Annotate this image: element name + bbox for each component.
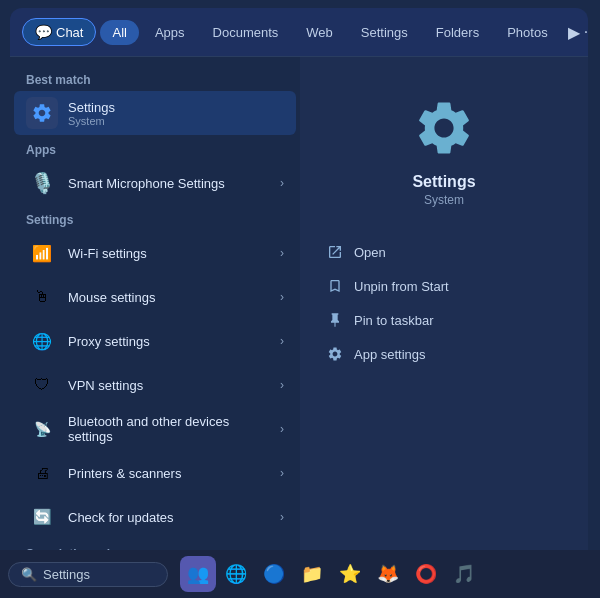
smart-mic-text: Smart Microphone Settings bbox=[68, 176, 276, 191]
app-settings-icon bbox=[326, 345, 344, 363]
firefox-icon[interactable]: 🦊 bbox=[370, 556, 406, 592]
printers-item[interactable]: Printers & scanners › bbox=[14, 451, 296, 495]
taskbar-icons: 👥 🌐 🔵 📁 ⭐ 🦊 ⭕ 🎵 bbox=[180, 556, 482, 592]
vpn-icon bbox=[26, 369, 58, 401]
bluetooth-settings-item[interactable]: Bluetooth and other devices settings › bbox=[14, 407, 296, 451]
wifi-settings-item[interactable]: Wi-Fi settings › bbox=[14, 231, 296, 275]
update-title: Check for updates bbox=[68, 510, 276, 525]
play-icon: ▶ bbox=[568, 23, 580, 42]
wifi-icon bbox=[26, 237, 58, 269]
best-match-text: Settings System bbox=[68, 100, 284, 127]
printers-arrow: › bbox=[280, 466, 284, 480]
smart-mic-arrow: › bbox=[280, 176, 284, 190]
chrome-icon[interactable]: 🔵 bbox=[256, 556, 292, 592]
taskbar: 🔍 Settings 👥 🌐 🔵 📁 ⭐ 🦊 ⭕ 🎵 bbox=[0, 550, 600, 598]
bluetooth-arrow: › bbox=[280, 422, 284, 436]
update-arrow: › bbox=[280, 510, 284, 524]
pin-taskbar-icon bbox=[326, 311, 344, 329]
spotify-icon[interactable]: 🎵 bbox=[446, 556, 482, 592]
taskbar-search-icon: 🔍 bbox=[21, 567, 37, 582]
best-match-title: Settings bbox=[68, 100, 284, 115]
teams-icon[interactable]: 👥 bbox=[180, 556, 216, 592]
unpin-start-icon bbox=[326, 277, 344, 295]
smart-mic-title: Smart Microphone Settings bbox=[68, 176, 276, 191]
proxy-settings-item[interactable]: Proxy settings › bbox=[14, 319, 296, 363]
mouse-arrow: › bbox=[280, 290, 284, 304]
printer-icon bbox=[26, 457, 58, 489]
apps-label: Apps bbox=[155, 25, 185, 40]
documents-label: Documents bbox=[213, 25, 279, 40]
app-settings-action[interactable]: App settings bbox=[316, 337, 572, 371]
opera-icon[interactable]: ⭕ bbox=[408, 556, 444, 592]
printers-title: Printers & scanners bbox=[68, 466, 276, 481]
settings-tab[interactable]: Settings bbox=[349, 20, 420, 45]
search-web-label: Search the web bbox=[10, 539, 300, 550]
proxy-title: Proxy settings bbox=[68, 334, 276, 349]
chat-tab[interactable]: 💬 Chat bbox=[22, 18, 96, 46]
open-label: Open bbox=[354, 245, 386, 260]
disney-icon[interactable]: ⭐ bbox=[332, 556, 368, 592]
main-content: Best match Settings System Apps 🎙️ bbox=[10, 57, 588, 550]
update-item[interactable]: Check for updates › bbox=[14, 495, 296, 539]
all-tab[interactable]: All bbox=[100, 20, 138, 45]
bluetooth-title: Bluetooth and other devices settings bbox=[68, 414, 276, 444]
taskbar-search[interactable]: 🔍 Settings bbox=[8, 562, 168, 587]
settings-section-label: Settings bbox=[10, 205, 300, 231]
best-match-label: Best match bbox=[10, 65, 300, 91]
settings-app-icon bbox=[26, 97, 58, 129]
app-detail: Settings System bbox=[316, 77, 572, 227]
mouse-title: Mouse settings bbox=[68, 290, 276, 305]
open-action[interactable]: Open bbox=[316, 235, 572, 269]
wifi-arrow: › bbox=[280, 246, 284, 260]
proxy-icon bbox=[26, 325, 58, 357]
web-label: Web bbox=[306, 25, 333, 40]
bluetooth-icon bbox=[26, 413, 58, 445]
app-settings-label: App settings bbox=[354, 347, 426, 362]
edge-icon[interactable]: 🌐 bbox=[218, 556, 254, 592]
smart-mic-item[interactable]: 🎙️ Smart Microphone Settings › bbox=[14, 161, 296, 205]
photos-tab[interactable]: Photos bbox=[495, 20, 559, 45]
unpin-start-label: Unpin from Start bbox=[354, 279, 449, 294]
vpn-title: VPN settings bbox=[68, 378, 276, 393]
chat-icon: 💬 bbox=[35, 24, 52, 40]
best-match-subtitle: System bbox=[68, 115, 284, 127]
right-panel: Settings System Open bbox=[300, 57, 588, 550]
proxy-arrow: › bbox=[280, 334, 284, 348]
more-button[interactable]: ··· bbox=[584, 16, 588, 48]
photos-label: Photos bbox=[507, 25, 547, 40]
documents-tab[interactable]: Documents bbox=[201, 20, 291, 45]
taskbar-search-text: Settings bbox=[43, 567, 90, 582]
unpin-start-action[interactable]: Unpin from Start bbox=[316, 269, 572, 303]
smart-mic-icon: 🎙️ bbox=[26, 167, 58, 199]
best-match-settings-item[interactable]: Settings System bbox=[14, 91, 296, 135]
wifi-title: Wi-Fi settings bbox=[68, 246, 276, 261]
app-detail-subtitle: System bbox=[424, 193, 464, 207]
vpn-settings-item[interactable]: VPN settings › bbox=[14, 363, 296, 407]
app-detail-name: Settings bbox=[412, 173, 475, 191]
explorer-icon[interactable]: 📁 bbox=[294, 556, 330, 592]
web-tab[interactable]: Web bbox=[294, 20, 345, 45]
play-button[interactable]: ▶ bbox=[568, 16, 580, 48]
mouse-icon bbox=[26, 281, 58, 313]
mouse-settings-item[interactable]: Mouse settings › bbox=[14, 275, 296, 319]
apps-tab[interactable]: Apps bbox=[143, 20, 197, 45]
chat-label: Chat bbox=[56, 25, 83, 40]
more-icon: ··· bbox=[584, 23, 588, 41]
action-list: Open Unpin from Start bbox=[316, 235, 572, 371]
update-icon bbox=[26, 501, 58, 533]
pin-taskbar-action[interactable]: Pin to taskbar bbox=[316, 303, 572, 337]
open-icon bbox=[326, 243, 344, 261]
folders-tab[interactable]: Folders bbox=[424, 20, 491, 45]
folders-label: Folders bbox=[436, 25, 479, 40]
apps-section-label: Apps bbox=[10, 135, 300, 161]
app-detail-icon bbox=[409, 93, 479, 163]
all-label: All bbox=[112, 25, 126, 40]
vpn-arrow: › bbox=[280, 378, 284, 392]
top-nav: 💬 Chat All Apps Documents Web Settings F… bbox=[10, 8, 588, 57]
start-menu: 💬 Chat All Apps Documents Web Settings F… bbox=[10, 8, 588, 550]
pin-taskbar-label: Pin to taskbar bbox=[354, 313, 434, 328]
settings-tab-label: Settings bbox=[361, 25, 408, 40]
left-panel: Best match Settings System Apps 🎙️ bbox=[10, 57, 300, 550]
